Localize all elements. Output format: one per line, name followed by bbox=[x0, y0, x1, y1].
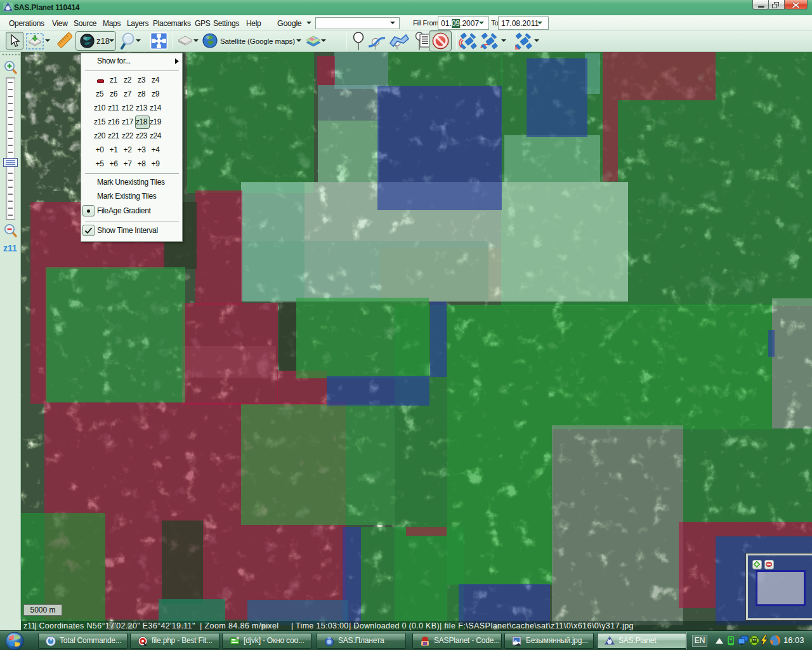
svg-text:qip: qip bbox=[728, 642, 734, 646]
